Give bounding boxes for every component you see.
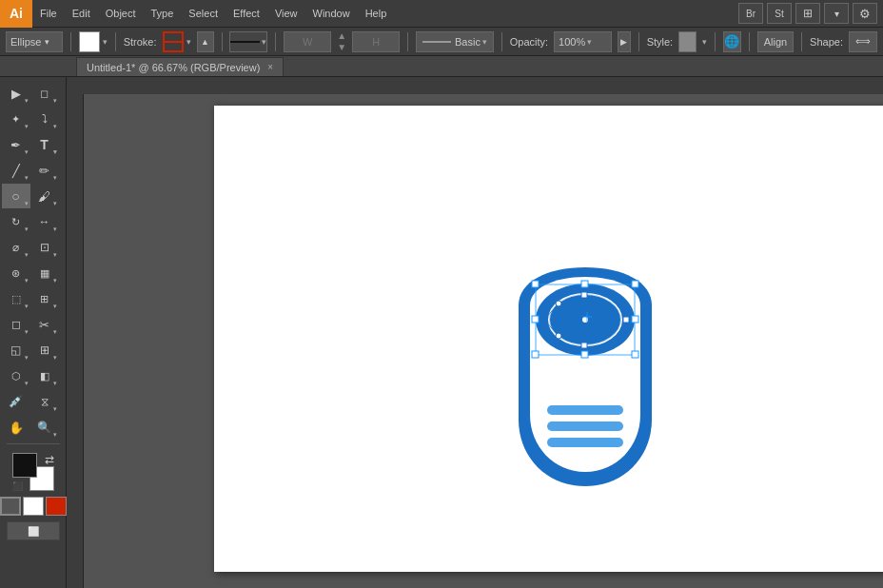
document-tab[interactable]: Untitled-1* @ 66.67% (RGB/Preview) × xyxy=(76,57,284,76)
divider-6 xyxy=(501,32,502,51)
draw-behind-button[interactable] xyxy=(46,497,67,516)
symbol-sprayer-tool[interactable]: ⊛ xyxy=(2,261,30,285)
device-icon-group xyxy=(519,267,652,486)
anchor-top xyxy=(581,292,587,298)
artwork-canvas xyxy=(214,106,883,572)
tool-row-3: ✒ T xyxy=(2,132,65,157)
style-label: Style: xyxy=(647,36,674,48)
eraser-tool[interactable]: ◻ xyxy=(2,312,30,337)
tool-row-14: ✋ 🔍 xyxy=(2,415,65,440)
handle-bot-center xyxy=(581,351,588,358)
handle-top-right xyxy=(632,281,638,287)
menu-object[interactable]: Object xyxy=(98,0,144,27)
menu-items: File Edit Object Type Select Effect View… xyxy=(32,0,394,27)
tool-row-2: ✦ ⤵ xyxy=(2,107,65,131)
tab-title: Untitled-1* @ 66.67% (RGB/Preview) xyxy=(87,62,260,73)
column-graph-tool[interactable]: ▦ xyxy=(30,261,59,285)
line-tool[interactable]: ╱ xyxy=(2,158,30,183)
height-input[interactable] xyxy=(352,31,400,52)
shape-options[interactable]: ⟺ xyxy=(849,31,877,52)
anchor-bottom xyxy=(581,343,587,348)
tab-close-button[interactable]: × xyxy=(267,62,273,72)
menu-help[interactable]: Help xyxy=(358,0,395,27)
handle-top-center xyxy=(581,281,588,287)
foreground-color-swatch[interactable] xyxy=(12,453,37,478)
search-icon[interactable]: ⚙ xyxy=(853,3,877,24)
direct-selection-tool[interactable]: ◻ xyxy=(30,81,59,106)
perspective-tool[interactable]: ◧ xyxy=(30,363,59,388)
style-swatch[interactable] xyxy=(678,31,697,52)
change-screen-mode[interactable]: ⬜ xyxy=(7,521,60,540)
menu-edit[interactable]: Edit xyxy=(65,0,98,27)
divider-5 xyxy=(407,32,408,51)
menu-type[interactable]: Type xyxy=(144,0,182,27)
free-transform-tool[interactable]: ⊡ xyxy=(30,235,59,260)
live-paint-tool[interactable]: ⬡ xyxy=(2,363,30,388)
style-dropdown-arrow[interactable]: ▾ xyxy=(702,37,707,47)
pen-tool[interactable]: ✒ xyxy=(2,132,30,157)
hand-tool[interactable]: ✋ xyxy=(2,415,30,440)
width-tool[interactable]: ↔ xyxy=(30,209,59,234)
tool-row-1: ▶ ◻ xyxy=(2,81,65,106)
eyedropper-tool[interactable]: 💉 xyxy=(2,389,30,414)
menu-right-icons: Br St ⊞ ▾ ⚙ xyxy=(738,3,883,24)
divider-1 xyxy=(70,32,71,51)
bridge-icon[interactable]: Br xyxy=(738,3,763,24)
magic-wand-tool[interactable]: ✦ xyxy=(2,107,30,131)
paintbrush-tool[interactable]: 🖌 xyxy=(30,184,59,208)
stroke-color-swatch[interactable] xyxy=(163,31,184,52)
zoom-tool[interactable]: 🔍 xyxy=(30,415,59,440)
options-bar: Ellipse ▾ ▾ Stroke: ▾ ▲ ▾ ▲▼ Basic ▾ Opa… xyxy=(0,28,883,56)
type-tool[interactable]: T xyxy=(30,132,59,157)
fill-color-swatch[interactable] xyxy=(79,31,100,52)
stock-icon[interactable]: St xyxy=(767,3,792,24)
artboard-tool[interactable]: ⬚ xyxy=(2,286,30,311)
stroke-width-up[interactable]: ▲ xyxy=(197,31,214,52)
tool-row-7: ⌀ ⊡ xyxy=(2,235,65,260)
pencil-tool[interactable]: ✏ xyxy=(30,158,59,183)
warp-tool[interactable]: ⌀ xyxy=(2,235,30,260)
menu-bar: Ai File Edit Object Type Select Effect V… xyxy=(0,0,883,28)
width-input[interactable] xyxy=(284,31,331,52)
normal-mode-button[interactable] xyxy=(0,497,21,516)
handle-bot-left xyxy=(532,351,539,358)
ellipse-tool[interactable]: ○ xyxy=(2,184,30,208)
shape-type-dropdown[interactable]: Ellipse ▾ xyxy=(6,31,63,52)
blend-tool[interactable]: ⧖ xyxy=(30,389,59,414)
rotate-tool[interactable]: ↻ xyxy=(2,209,30,234)
control-point-2 xyxy=(556,333,561,339)
menu-window[interactable]: Window xyxy=(305,0,358,27)
selection-tool[interactable]: ▶ xyxy=(2,81,30,106)
color-swatches: ⇄ ⬛ xyxy=(12,453,54,491)
divider-4 xyxy=(275,32,276,51)
variable-width-profile[interactable]: Basic ▾ xyxy=(416,31,494,52)
app-logo: Ai xyxy=(0,0,32,28)
lasso-tool[interactable]: ⤵ xyxy=(30,107,59,131)
workspace-icon[interactable]: ⊞ xyxy=(795,3,820,24)
screen-mode-button[interactable] xyxy=(23,497,44,516)
control-point-1 xyxy=(556,301,561,306)
dimension-lock[interactable]: ▲▼ xyxy=(337,30,346,52)
recolor-artwork-button[interactable]: 🌐 xyxy=(723,31,741,52)
canvas-area xyxy=(67,77,883,588)
menu-file[interactable]: File xyxy=(32,0,65,27)
main-area: ▶ ◻ ✦ ⤵ ✒ T ╱ ✏ ○ 🖌 ↻ ↔ ⌀ ⊡ ⊛ ▦ xyxy=(0,77,883,588)
opacity-value[interactable]: 100% ▾ xyxy=(554,31,612,52)
svg-rect-0 xyxy=(67,77,883,94)
line-3 xyxy=(547,438,623,447)
menu-select[interactable]: Select xyxy=(181,0,226,27)
menu-effect[interactable]: Effect xyxy=(226,0,267,27)
line-1 xyxy=(547,405,623,415)
tool-row-6: ↻ ↔ xyxy=(2,209,65,234)
menu-view[interactable]: View xyxy=(267,0,305,27)
stroke-style-dropdown[interactable]: ▾ xyxy=(229,31,267,52)
default-colors-button[interactable]: ⬛ xyxy=(12,481,23,491)
swap-colors-button[interactable]: ⇄ xyxy=(45,453,54,466)
mesh-tool[interactable]: ⊞ xyxy=(30,338,59,363)
workspace-switcher[interactable]: ▾ xyxy=(824,3,849,24)
scissors-tool[interactable]: ✂ xyxy=(30,312,59,337)
gradient-tool[interactable]: ◱ xyxy=(2,338,30,363)
align-button[interactable]: Align xyxy=(757,31,794,52)
opacity-more[interactable]: ▶ xyxy=(618,31,631,52)
slice-tool[interactable]: ⊞ xyxy=(30,286,59,311)
